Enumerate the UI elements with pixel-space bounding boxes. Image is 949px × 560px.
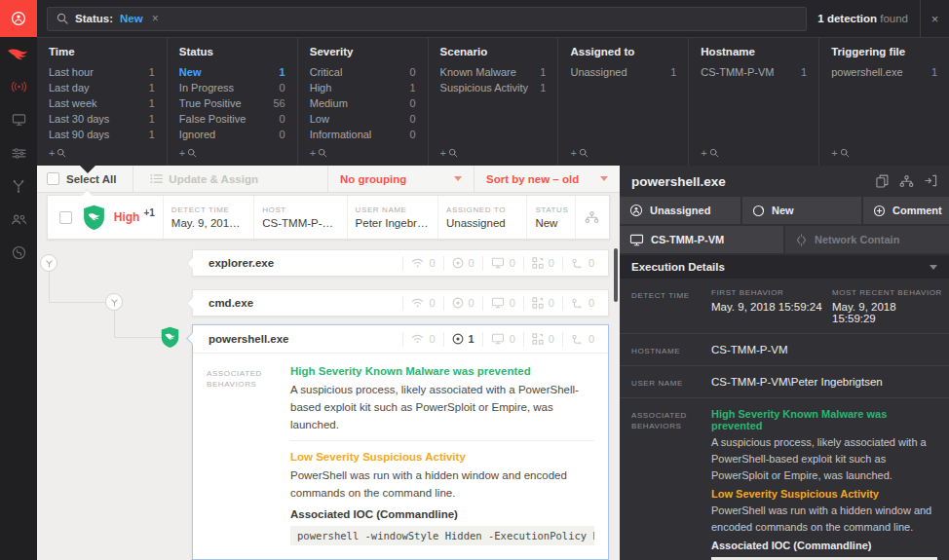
filter-option[interactable]: Last hour1 xyxy=(49,64,155,80)
close-search-button[interactable]: × xyxy=(920,0,949,37)
filter-option[interactable]: In Progress0 xyxy=(179,80,285,95)
process-tree-icon[interactable] xyxy=(575,196,609,239)
select-all-label: Select All xyxy=(66,173,116,185)
detail-panel-title: powershell.exe xyxy=(631,174,726,189)
filter-option-active[interactable]: New1 xyxy=(179,64,285,80)
stat-host-activity[interactable]: 0 xyxy=(482,296,523,311)
network-activity-icon xyxy=(411,258,424,268)
stat-network-activity[interactable]: 0 xyxy=(402,296,442,311)
host-button[interactable]: CS-TMM-P-VM xyxy=(620,226,783,253)
filter-option[interactable]: Critical0 xyxy=(310,64,416,80)
assigned-to-cell: ASSIGNED TO Unassigned xyxy=(437,196,526,239)
detection-checkbox[interactable] xyxy=(59,211,72,224)
sidebar-item-profile[interactable] xyxy=(0,0,37,37)
detections-list: Select All Update & Assign No grouping S… xyxy=(37,166,620,560)
search-input[interactable]: Status: New × xyxy=(47,7,807,31)
stat-detections[interactable]: 0 xyxy=(443,256,482,271)
configuration-icon xyxy=(12,147,26,160)
status-button[interactable]: New xyxy=(742,197,861,224)
add-filter-button[interactable]: + xyxy=(570,147,676,159)
list-toolbar: Select All Update & Assign No grouping S… xyxy=(37,166,620,193)
filter-option[interactable]: Last 30 days1 xyxy=(49,111,155,127)
filter-option[interactable]: Low0 xyxy=(310,111,416,127)
stat-child-processes[interactable]: 0 xyxy=(562,256,602,271)
sidebar-item-users[interactable] xyxy=(0,203,37,236)
stat-modules[interactable]: 0 xyxy=(523,332,562,347)
stat-child-processes[interactable]: 0 xyxy=(562,296,602,311)
filter-option[interactable]: Informational0 xyxy=(310,127,416,142)
stat-modules[interactable]: 0 xyxy=(523,296,562,311)
filter-option[interactable]: Last 90 days1 xyxy=(49,127,155,142)
execution-details-header[interactable]: Execution Details xyxy=(620,255,949,279)
stat-network-activity[interactable]: 0 xyxy=(402,256,442,271)
tree-node-toggle[interactable] xyxy=(40,254,57,272)
stat-host-activity[interactable]: 0 xyxy=(482,332,523,347)
associated-behaviors-block: ASSOCIATED BEHAVIORS High Severity Known… xyxy=(193,353,608,559)
stat-detections[interactable]: 0 xyxy=(443,296,482,311)
filter-option[interactable]: Ignored0 xyxy=(179,127,285,142)
filter-option[interactable]: False Positive0 xyxy=(179,111,285,127)
scrollbar-thumb[interactable] xyxy=(614,248,618,302)
magnifier-icon xyxy=(187,148,197,158)
stat-detections[interactable]: 1 xyxy=(443,332,482,347)
filter-option[interactable]: Last week1 xyxy=(49,95,155,111)
assign-button[interactable]: Unassigned xyxy=(620,197,740,224)
process-tree-icon[interactable] xyxy=(899,174,914,188)
process-row-powershell-selected[interactable]: powershell.exe 0 1 0 0 0 ASSOCIATED BEHA… xyxy=(192,324,609,560)
filter-option[interactable]: Medium0 xyxy=(310,95,416,111)
filter-option[interactable]: Known Malware1 xyxy=(440,64,547,80)
filter-option[interactable]: Last day1 xyxy=(49,80,155,95)
magnifier-icon xyxy=(579,148,588,158)
add-filter-button[interactable]: + xyxy=(310,147,416,159)
sort-dropdown[interactable]: Sort by new – old xyxy=(474,166,620,192)
chevron-down-icon xyxy=(454,176,462,181)
sidebar-item-configuration[interactable] xyxy=(0,136,37,169)
sidebar-item-investigate[interactable] xyxy=(0,169,37,203)
users-icon xyxy=(11,213,27,226)
tree-connector xyxy=(114,311,115,338)
remove-filter-icon[interactable]: × xyxy=(152,12,159,25)
filter-option[interactable]: High1 xyxy=(310,80,416,95)
grouping-dropdown[interactable]: No grouping xyxy=(327,166,474,192)
associated-behaviors-label: ASSOCIATED BEHAVIORS xyxy=(207,365,290,545)
crowdstrike-falcon-logo xyxy=(7,45,30,62)
magnifier-icon xyxy=(840,148,850,158)
sidebar-item-support[interactable] xyxy=(0,236,37,269)
collapse-panel-icon[interactable] xyxy=(925,174,937,188)
copy-icon[interactable] xyxy=(876,174,889,188)
filter-option[interactable]: Unassigned1 xyxy=(570,64,676,80)
detection-row[interactable]: High +1 DETECT TIME May. 9, 2018 15:59… … xyxy=(47,195,610,240)
severity-extra-badge: +1 xyxy=(143,205,154,222)
filter-column-hostname: Hostname CS-TMM-P-VM1 + xyxy=(688,38,818,166)
behavior-body: A suspicious process, likely associated … xyxy=(711,434,937,484)
filter-option[interactable]: CS-TMM-P-VM1 xyxy=(701,64,807,80)
recent-behavior-value: May. 9, 2018 15:59:29 xyxy=(832,301,942,324)
process-row-cmd[interactable]: cmd.exe 0 0 0 0 0 xyxy=(192,289,609,317)
select-all-checkbox[interactable] xyxy=(47,172,59,185)
filter-option[interactable]: powershell.exe1 xyxy=(831,64,937,80)
host-activity-icon xyxy=(491,257,505,269)
sidebar-item-home[interactable] xyxy=(0,37,37,70)
add-filter-button[interactable]: + xyxy=(49,147,155,159)
filter-option[interactable]: Suspicious Activity1 xyxy=(440,80,547,95)
tree-node-toggle[interactable] xyxy=(105,293,123,311)
sidebar-item-activity[interactable] xyxy=(0,70,37,103)
network-contain-button[interactable]: Network Contain xyxy=(785,226,949,253)
results-count-suffix: found xyxy=(880,13,908,24)
stat-network-activity[interactable]: 0 xyxy=(402,332,442,347)
add-filter-button[interactable]: + xyxy=(701,147,807,159)
branch-icon xyxy=(45,259,54,268)
sidebar-item-hosts[interactable] xyxy=(0,103,37,136)
filter-option[interactable]: True Positive56 xyxy=(179,95,285,111)
stat-modules[interactable]: 0 xyxy=(523,256,562,271)
comment-button[interactable]: Comment xyxy=(863,197,949,224)
host-activity-icon xyxy=(491,333,505,345)
add-filter-button[interactable]: + xyxy=(831,147,937,159)
process-row-explorer[interactable]: explorer.exe 0 0 0 0 0 xyxy=(192,249,609,277)
stat-host-activity[interactable]: 0 xyxy=(482,256,523,271)
stat-child-processes[interactable]: 0 xyxy=(562,332,602,347)
add-filter-button[interactable]: + xyxy=(440,147,547,159)
add-filter-button[interactable]: + xyxy=(179,147,285,159)
filter-column-title: Scenario xyxy=(440,46,547,57)
update-assign-button[interactable]: Update & Assign xyxy=(150,173,258,185)
